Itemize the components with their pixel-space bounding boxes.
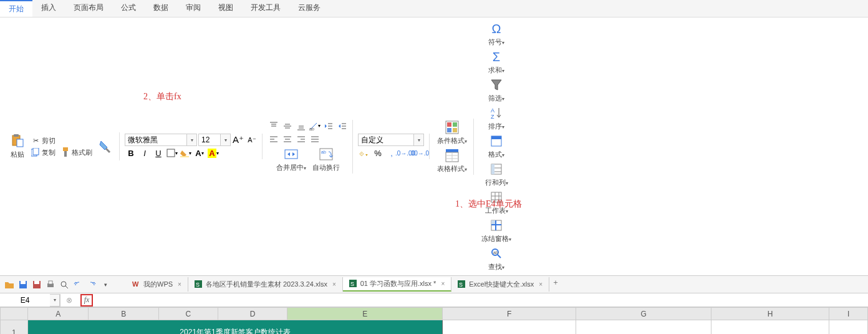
align-left-button[interactable] [268,133,280,145]
highlight-button[interactable]: A▾ [207,147,219,159]
saveas-icon[interactable] [31,279,42,290]
font-grow-button[interactable]: A⁺ [232,134,244,146]
chevron-down-icon[interactable]: ▾ [50,294,60,307]
col-header-E[interactable]: E [287,308,443,320]
filter-button[interactable]: 筛选▾ [486,76,507,104]
cell[interactable] [576,320,711,335]
fill-color-button[interactable]: ▾ [180,147,192,159]
menu-tab-layout[interactable]: 页面布局 [65,0,112,17]
save-icon[interactable] [17,279,29,290]
table-title[interactable]: 2021年第1季度新签客户数统计表 [27,320,442,335]
font-color-button[interactable]: A▾ [193,147,206,159]
align-justify-button[interactable] [309,133,321,145]
redo-icon[interactable] [86,279,97,290]
indent-dec-button[interactable] [322,120,335,132]
grid[interactable]: A B C D E F G H I 1 2021年第1季度新签客户数统计表 2 … [0,307,868,334]
col-header-F[interactable]: F [443,308,576,320]
menu-tab-dev[interactable]: 开发工具 [242,0,289,17]
percent-button[interactable]: % [372,147,384,159]
print-icon[interactable] [45,279,56,290]
copy-button[interactable]: 复制 [29,147,57,158]
cancel-formula-button[interactable]: ⊗ [63,294,75,307]
doc-tab-2[interactable]: S01 学习函数与应用.xlsx *× [343,277,451,292]
brush-big-button[interactable] [95,138,115,155]
orient-button[interactable]: ab▾ [309,120,321,132]
menu-tab-formula[interactable]: 公式 [112,0,145,17]
rowcol-button[interactable]: 行和列▾ [483,160,511,189]
close-icon[interactable]: × [441,280,445,287]
formula-input[interactable] [95,293,868,307]
name-box[interactable]: ▾ [0,294,60,307]
annotation-2: 2、单击fx [143,91,181,102]
open-icon[interactable] [4,279,15,290]
num-format-combo[interactable]: ▾ [358,134,425,146]
chevron-down-icon[interactable]: ▾ [414,134,424,146]
cell[interactable] [829,320,868,335]
select-all-corner[interactable] [1,308,28,320]
font-size-combo[interactable]: ▾ [198,134,231,146]
preview-icon[interactable] [59,279,70,290]
wrap-button[interactable]: ab自动换行 [310,145,342,174]
menu-tab-data[interactable]: 数据 [145,0,177,17]
doc-tab-1[interactable]: S各地区手机销量学生素材 2023.3.24.xlsx× [188,277,343,292]
freeze-button[interactable]: 冻结窗格▾ [479,217,514,245]
sum-button[interactable]: Σ求和▾ [486,48,507,76]
col-header-C[interactable]: C [159,308,218,320]
format-button[interactable]: 格式▾ [486,132,507,160]
font-name-input[interactable] [125,134,187,146]
cut-button[interactable]: ✂剪切 [29,135,94,146]
border-button[interactable]: ▾ [166,147,178,159]
indent-inc-button[interactable] [336,120,349,132]
menu-tab-cloud[interactable]: 云服务 [289,0,329,17]
col-header-A[interactable]: A [27,308,89,320]
chevron-down-icon[interactable]: ▾ [221,134,231,146]
col-header-D[interactable]: D [218,308,287,320]
menu-tab-start[interactable]: 开始 [0,0,32,17]
sort-button[interactable]: AZ排序▾ [486,104,507,132]
valign-mid-button[interactable] [281,120,294,132]
col-header-I[interactable]: I [829,308,868,320]
cond-format-button[interactable]: 条件格式▾ [435,119,470,147]
italic-button[interactable]: I [138,147,151,159]
doc-tab-wps[interactable]: W我的WPS× [126,277,188,292]
underline-button[interactable]: U [152,147,165,159]
table-style-button[interactable]: 表格样式▾ [435,147,470,175]
menu-tab-review[interactable]: 审阅 [177,0,210,17]
fx-button[interactable]: fx [80,294,93,307]
chevron-down-icon[interactable]: ▾ [100,279,111,290]
font-name-combo[interactable]: ▾ [125,134,197,146]
bold-button[interactable]: B [125,147,137,159]
align-center-button[interactable] [281,133,294,145]
menu-tab-insert[interactable]: 插入 [32,0,65,17]
valign-bot-button[interactable] [295,120,307,132]
paste-button[interactable]: 粘贴 [7,132,27,160]
format-painter-button[interactable]: 格式刷 [59,147,94,158]
align-right-button[interactable] [295,133,307,145]
close-icon[interactable]: × [539,281,542,288]
symbols-button[interactable]: Ω符号▾ [486,20,507,48]
add-tab-button[interactable]: ＋ [549,277,562,292]
name-box-input[interactable] [0,294,50,307]
num-format-input[interactable] [358,134,414,146]
col-header-G[interactable]: G [576,308,711,320]
cell[interactable] [711,320,829,335]
col-header-B[interactable]: B [89,308,159,320]
currency-button[interactable]: ⟐▾ [358,147,370,159]
chevron-down-icon[interactable]: ▾ [187,134,197,146]
close-icon[interactable]: × [178,281,181,288]
valign-top-button[interactable] [268,120,280,132]
cell[interactable] [443,320,576,335]
font-shrink-button[interactable]: A⁻ [246,134,258,146]
find-button[interactable]: ab查找▾ [486,245,507,273]
close-icon[interactable]: × [332,281,336,288]
doc-tab-3[interactable]: SExcel快捷键大全.xlsx× [451,277,549,292]
merge-button[interactable]: 合并居中▾ [274,145,309,174]
dec-decimal-button[interactable]: .00→.0 [413,147,425,159]
quick-access-bar: ▾ W我的WPS× S各地区手机销量学生素材 2023.3.24.xlsx× S… [0,276,868,293]
col-header-H[interactable]: H [711,308,829,320]
undo-icon[interactable] [72,279,84,290]
font-size-input[interactable] [198,134,221,146]
omega-icon: Ω [489,21,504,36]
row-header[interactable]: 1 [1,320,28,335]
menu-tab-view[interactable]: 视图 [210,0,242,17]
